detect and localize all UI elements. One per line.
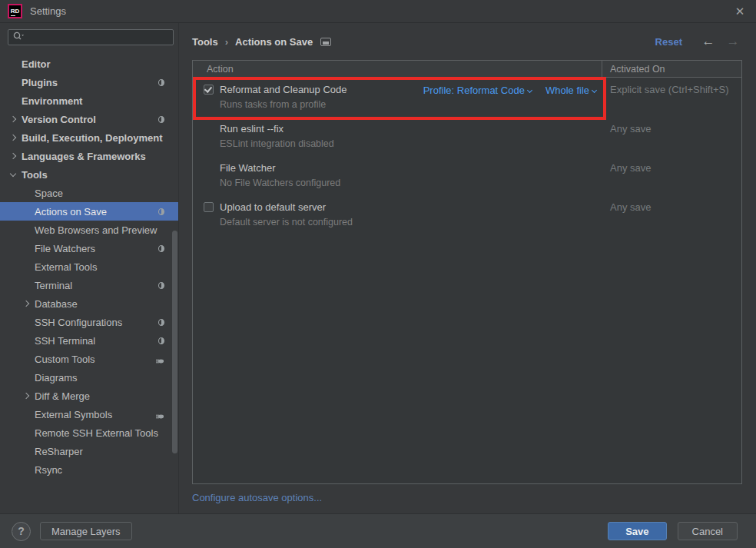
breadcrumb: Tools › Actions on Save Reset ← → xyxy=(192,23,742,60)
column-header-action: Action xyxy=(193,64,602,75)
upload-to-default-server-checkbox[interactable] xyxy=(204,202,214,212)
sidebar-item-label: SSH Terminal xyxy=(35,335,95,347)
sidebar-item-label: Actions on Save xyxy=(35,206,107,218)
sidebar-item-file-watchers[interactable]: File Watchers xyxy=(0,239,178,257)
activated-on-value: Any save xyxy=(602,117,741,156)
cancel-button[interactable]: Cancel xyxy=(678,522,738,540)
sidebar-item-ssh-terminal[interactable]: SSH Terminal xyxy=(0,331,178,350)
sidebar-item-label: Terminal xyxy=(35,280,72,291)
sidebar-item-space[interactable]: Space xyxy=(0,184,178,202)
sidebar-item-remote-ssh-external-tools[interactable]: Remote SSH External Tools xyxy=(0,423,178,442)
activated-on-value: Any save xyxy=(602,156,741,195)
sidebar-item-label: File Watchers xyxy=(35,243,95,254)
sidebar-item-diagrams[interactable]: Diagrams xyxy=(0,368,178,387)
sidebar-item-version-control[interactable]: Version Control xyxy=(0,110,178,128)
sidebar-scrollbar-thumb[interactable] xyxy=(172,231,177,453)
sidebar-item-custom-tools[interactable]: Custom Tools xyxy=(0,350,178,368)
sidebar-item-rsync[interactable]: Rsync xyxy=(0,460,178,479)
sidebar-item-label: Custom Tools xyxy=(35,354,95,365)
forward-arrow-icon: → xyxy=(724,34,742,49)
configure-autosave-link[interactable]: Configure autosave options... xyxy=(192,492,322,503)
dropdown-label: Profile: Reformat Code xyxy=(423,85,525,96)
sidebar-item-resharper[interactable]: ReSharper xyxy=(0,442,178,460)
chevron-down-icon xyxy=(527,88,532,93)
action-subtitle: No File Watchers configured xyxy=(220,178,596,188)
action-title: Run eslint --fix xyxy=(220,123,596,135)
dropdown-label: Whole file xyxy=(545,85,589,96)
modified-settings-icon xyxy=(158,208,164,215)
manage-layers-button[interactable]: Manage Layers xyxy=(40,522,132,540)
dialog-body: EditorPluginsEnvironmentVersion ControlB… xyxy=(0,23,756,513)
sidebar-item-label: Plugins xyxy=(22,77,58,88)
sidebar-item-label: Remote SSH External Tools xyxy=(35,427,158,439)
chevron-right-icon[interactable] xyxy=(23,301,29,307)
chevron-right-icon[interactable] xyxy=(23,393,29,399)
main-panel: Tools › Actions on Save Reset ← → Action… xyxy=(179,23,756,513)
action-row-upload-to-default-server: Upload to default serverDefault server i… xyxy=(193,195,741,234)
action-row-reformat-and-cleanup-code: Reformat and Cleanup CodeRuns tasks from… xyxy=(193,78,741,117)
action-title: Reformat and Cleanup Code xyxy=(220,84,423,95)
sidebar-item-languages-frameworks[interactable]: Languages & Frameworks xyxy=(0,147,178,165)
sidebar-item-external-tools[interactable]: External Tools xyxy=(0,257,178,276)
sidebar-item-tools[interactable]: Tools xyxy=(0,165,178,184)
rider-logo-text: RD xyxy=(11,8,20,15)
back-arrow-icon[interactable]: ← xyxy=(699,34,718,49)
breadcrumb-actions-on-save: Actions on Save xyxy=(235,36,313,48)
sidebar-item-editor[interactable]: Editor xyxy=(0,55,178,73)
window-title: Settings xyxy=(30,5,66,17)
sidebar-item-terminal[interactable]: Terminal xyxy=(0,276,178,294)
sidebar-item-external-symbols[interactable]: External Symbols xyxy=(0,405,178,423)
sidebar-item-plugins[interactable]: Plugins xyxy=(0,73,178,91)
settings-tree: EditorPluginsEnvironmentVersion ControlB… xyxy=(0,55,178,485)
chevron-right-icon[interactable] xyxy=(10,153,16,159)
chevron-down-icon[interactable] xyxy=(10,171,16,177)
modified-settings-icon xyxy=(158,245,164,252)
modified-settings-icon xyxy=(158,319,164,326)
titlebar: RD Settings ✕ xyxy=(0,0,756,23)
sidebar-item-database[interactable]: Database xyxy=(0,294,178,313)
reset-link[interactable]: Reset xyxy=(655,36,682,48)
table-header: Action Activated On xyxy=(193,61,741,78)
sidebar-item-server-certificates[interactable]: Server Certificates xyxy=(0,479,178,485)
chevron-right-icon[interactable] xyxy=(10,135,16,141)
activated-on-value: Explicit save (Ctrl+Shift+S) xyxy=(602,78,741,117)
chevron-right-icon[interactable] xyxy=(10,116,16,122)
search-input[interactable] xyxy=(8,29,174,45)
dialog-footer: ? Manage Layers Save Cancel xyxy=(0,513,756,548)
sidebar-item-diff-merge[interactable]: Diff & Merge xyxy=(0,387,178,405)
shared-layer-icon xyxy=(156,356,164,367)
help-button[interactable]: ? xyxy=(12,522,31,541)
modified-settings-icon xyxy=(158,282,164,289)
save-button[interactable]: Save xyxy=(608,522,666,540)
sidebar-item-label: External Symbols xyxy=(35,409,112,420)
modified-settings-icon xyxy=(158,79,164,86)
settings-sidebar: EditorPluginsEnvironmentVersion ControlB… xyxy=(0,23,179,513)
sidebar-item-web-browsers-and-preview[interactable]: Web Browsers and Preview xyxy=(0,221,178,239)
close-icon[interactable]: ✕ xyxy=(731,5,748,18)
modified-settings-icon xyxy=(158,116,164,123)
sidebar-item-label: Diff & Merge xyxy=(35,390,90,402)
profile-reformat-code-dropdown[interactable]: Profile: Reformat Code xyxy=(423,85,532,117)
sidebar-item-ssh-configurations[interactable]: SSH Configurations xyxy=(0,313,178,331)
sidebar-item-label: SSH Configurations xyxy=(35,317,122,328)
action-title: File Watcher xyxy=(220,162,596,174)
sidebar-item-actions-on-save[interactable]: Actions on Save xyxy=(0,202,178,221)
sidebar-item-label: Editor xyxy=(22,58,51,70)
activated-on-value: Any save xyxy=(602,195,741,234)
sidebar-item-label: Rsync xyxy=(35,464,62,476)
action-title: Upload to default server xyxy=(220,201,596,213)
sidebar-item-build-execution-deployment[interactable]: Build, Execution, Deployment xyxy=(0,128,178,147)
whole-file-dropdown[interactable]: Whole file xyxy=(545,85,596,117)
actions-on-save-table: Action Activated On Reformat and Cleanup… xyxy=(192,60,742,484)
sidebar-item-label: Environment xyxy=(22,95,82,107)
modified-settings-icon xyxy=(158,337,164,344)
sidebar-item-environment[interactable]: Environment xyxy=(0,91,178,110)
sidebar-item-label: Diagrams xyxy=(35,372,78,384)
breadcrumb-tools[interactable]: Tools xyxy=(192,36,218,48)
rider-logo-icon: RD xyxy=(8,4,22,18)
reformat-and-cleanup-code-checkbox[interactable] xyxy=(204,85,214,95)
sidebar-item-label: Web Browsers and Preview xyxy=(35,224,157,236)
sidebar-item-label: External Tools xyxy=(35,261,97,273)
breadcrumb-chevron-icon: › xyxy=(225,36,228,48)
action-row-run-eslint-fix: Run eslint --fixESLint integration disab… xyxy=(193,117,741,156)
